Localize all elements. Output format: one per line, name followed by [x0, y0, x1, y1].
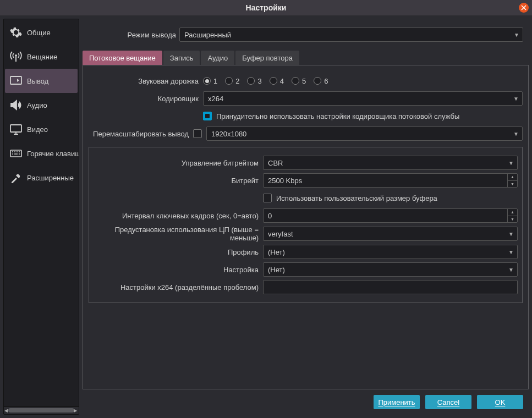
sidebar-item-advanced[interactable]: Расширенные [5, 166, 78, 190]
close-button[interactable] [519, 3, 529, 13]
tabs: Потоковое вещание Запись Аудио Буфер пов… [83, 51, 529, 65]
tab-panel: Звуковая дорожка 1 2 3 4 5 6 Кодировщик … [83, 65, 529, 389]
encoder-row: Кодировщик x264 ▼ [89, 91, 523, 106]
sidebar-item-video[interactable]: Видео [5, 117, 78, 141]
rate-control-label: Управление битрейтом [94, 159, 259, 167]
x264opts-label: Настройки x264 (разделённые пробелом) [94, 283, 259, 292]
tab-streaming[interactable]: Потоковое вещание [83, 51, 162, 65]
apply-button[interactable]: Применить [374, 395, 420, 409]
broadcast-icon [9, 50, 23, 63]
encoder-settings-section: Управление битрейтом CBR ▼ Битрейт 2500 … [89, 147, 523, 303]
preset-select[interactable]: veryfast ▼ [263, 227, 518, 241]
spinner-buttons[interactable]: ▲▼ [507, 209, 517, 222]
bitrate-input[interactable]: 2500 Kbps ▲▼ [263, 173, 518, 188]
output-icon [9, 74, 23, 87]
sidebar-item-label: Общие [27, 29, 51, 37]
audio-track-6[interactable]: 6 [314, 77, 328, 85]
bitrate-label: Битрейт [94, 177, 259, 185]
encoder-select[interactable]: x264 ▼ [203, 91, 523, 106]
sidebar-item-label: Аудио [27, 101, 47, 109]
enforce-checkbox[interactable] [203, 112, 212, 120]
profile-select[interactable]: (Нет) ▼ [263, 245, 518, 259]
tab-replay-buffer[interactable]: Буфер повтора [235, 51, 299, 65]
custom-buffer-label: Использовать пользовательский размер буф… [276, 194, 437, 202]
tune-label: Настройка [94, 266, 259, 274]
audio-track-4[interactable]: 4 [270, 77, 284, 85]
main-area: Режим вывода Расширенный ▼ Потоковое вещ… [83, 19, 529, 415]
tune-select[interactable]: (Нет) ▼ [263, 262, 518, 277]
encoder-label: Кодировщик [89, 95, 199, 103]
profile-label: Профиль [94, 248, 259, 256]
scroll-right-icon: ▶ [74, 408, 78, 413]
audio-track-row: Звуковая дорожка 1 2 3 4 5 6 [89, 73, 523, 89]
chevron-down-icon: ▼ [514, 32, 519, 38]
svg-rect-2 [10, 125, 21, 132]
audio-track-3[interactable]: 3 [247, 77, 261, 85]
monitor-icon [9, 123, 23, 136]
rescale-select[interactable]: 1920x1080 ▼ [206, 127, 523, 141]
audio-track-2[interactable]: 2 [225, 77, 239, 85]
enforce-row: Принудительно использовать настройки код… [89, 108, 523, 124]
spinner-buttons[interactable]: ▲▼ [507, 174, 517, 187]
audio-track-1[interactable]: 1 [203, 77, 217, 85]
sidebar-list: Общие Вещание Вывод Аудио Видео [4, 19, 79, 406]
sidebar-item-label: Вывод [27, 77, 48, 85]
rescale-value: 1920x1080 [211, 130, 246, 138]
cancel-button[interactable]: Cancel [425, 395, 471, 409]
chevron-down-icon: ▼ [513, 131, 519, 137]
svg-rect-3 [10, 150, 21, 157]
custom-buffer-checkbox[interactable] [263, 194, 272, 202]
svg-rect-1 [10, 76, 21, 84]
output-mode-value: Расширенный [184, 31, 231, 39]
close-icon [521, 5, 526, 10]
sidebar-item-general[interactable]: Общие [5, 20, 78, 45]
window-title: Настройки [246, 3, 287, 12]
chevron-down-icon: ▼ [508, 160, 514, 166]
chevron-down-icon: ▼ [508, 249, 514, 255]
sidebar-item-label: Расширенные [27, 174, 74, 182]
gear-icon [9, 26, 23, 39]
audio-track-group: 1 2 3 4 5 6 [203, 77, 523, 85]
sidebar-item-audio[interactable]: Аудио [5, 93, 78, 117]
enforce-check-row: Принудительно использовать настройки код… [203, 112, 523, 120]
rate-control-select[interactable]: CBR ▼ [263, 156, 518, 170]
sidebar-item-output[interactable]: Вывод [5, 69, 78, 93]
rescale-row: Перемасштабировать вывод 1920x1080 ▼ [89, 126, 523, 141]
settings-window: Настройки Общие Вещание Вывод [0, 0, 532, 418]
tools-icon [9, 171, 23, 184]
titlebar: Настройки [0, 0, 532, 15]
scrollbar-thumb[interactable] [8, 408, 74, 413]
keyint-label: Интервал ключевых кадров (сек, 0=авто) [94, 212, 259, 220]
keyboard-icon [9, 147, 23, 160]
sidebar-item-stream[interactable]: Вещание [5, 45, 78, 69]
sidebar-item-label: Вещание [27, 53, 58, 61]
encoder-value: x264 [208, 95, 223, 103]
output-mode-label: Режим вывода [83, 31, 176, 39]
preset-label: Предустановка использования ЦП (выше = м… [94, 226, 259, 242]
speaker-icon [9, 98, 23, 112]
sidebar-item-label: Видео [27, 125, 48, 134]
ok-button[interactable]: OK [477, 395, 523, 409]
keyint-input[interactable]: 0 ▲▼ [263, 208, 518, 223]
sidebar: Общие Вещание Вывод Аудио Видео [3, 19, 79, 415]
enforce-label: Принудительно использовать настройки код… [216, 112, 459, 120]
audio-track-5[interactable]: 5 [292, 77, 306, 85]
sidebar-item-label: Горячие клавиши [27, 150, 79, 158]
audio-track-label: Звуковая дорожка [89, 77, 199, 85]
output-mode-row: Режим вывода Расширенный ▼ [83, 19, 529, 51]
sidebar-item-hotkeys[interactable]: Горячие клавиши [5, 141, 78, 166]
output-mode-select[interactable]: Расширенный ▼ [179, 28, 523, 42]
chevron-down-icon: ▼ [513, 96, 519, 102]
tab-audio[interactable]: Аудио [201, 51, 234, 65]
x264opts-input[interactable] [263, 280, 518, 294]
rescale-checkbox[interactable] [193, 129, 202, 138]
rescale-label: Перемасштабировать вывод [89, 130, 189, 138]
chevron-down-icon: ▼ [508, 267, 514, 273]
sidebar-scrollbar[interactable]: ◀ ▶ [4, 406, 79, 414]
svg-point-0 [15, 54, 17, 57]
chevron-down-icon: ▼ [508, 231, 514, 237]
window-body: Общие Вещание Вывод Аудио Видео [0, 15, 532, 418]
footer: Применить Cancel OK [83, 389, 529, 415]
tab-recording[interactable]: Запись [163, 51, 200, 65]
